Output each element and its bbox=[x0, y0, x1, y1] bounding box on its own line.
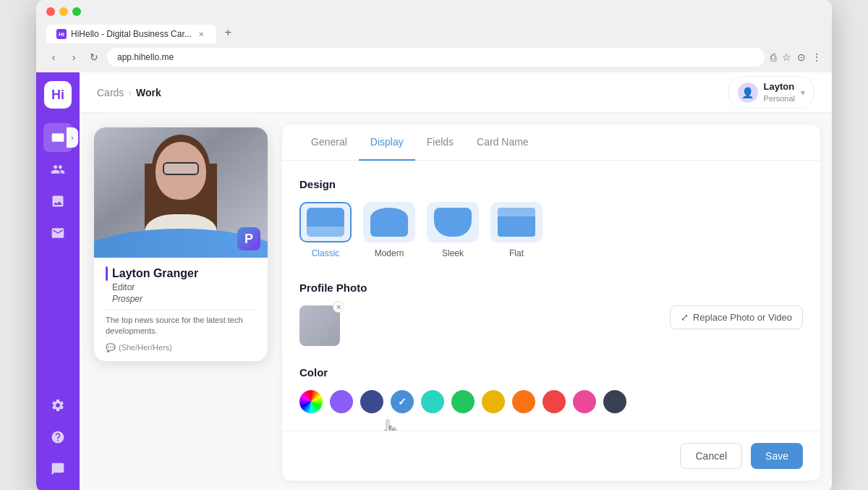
profile-photo-thumb-wrap: ✕ bbox=[299, 305, 340, 346]
color-swatch-green[interactable] bbox=[451, 390, 475, 413]
tab-card-name[interactable]: Card Name bbox=[465, 124, 540, 161]
card-pronouns: 💬 (She/Her/Hers) bbox=[106, 343, 256, 352]
tab-favicon: Hi bbox=[56, 29, 67, 39]
color-swatch-navy[interactable] bbox=[360, 390, 383, 413]
sidebar-item-help[interactable] bbox=[43, 423, 72, 452]
design-flat-card bbox=[490, 202, 542, 242]
sidebar-item-chat[interactable] bbox=[43, 455, 72, 483]
close-traffic-dot[interactable] bbox=[46, 7, 55, 16]
sidebar: Hi › bbox=[36, 72, 80, 490]
card-photo: P bbox=[94, 127, 268, 258]
back-button[interactable]: ‹ bbox=[46, 50, 61, 64]
design-modern-label: Modern bbox=[375, 248, 404, 258]
color-swatch-pink[interactable] bbox=[573, 390, 596, 413]
color-swatches bbox=[299, 390, 803, 413]
card-logo-shape: P bbox=[237, 227, 260, 250]
design-option-sleek[interactable]: Sleek bbox=[427, 202, 479, 258]
browser-traffic-lights bbox=[46, 7, 822, 16]
breadcrumb-root[interactable]: Cards bbox=[97, 87, 124, 98]
settings-panel: General Display Fields Card Name Design bbox=[282, 124, 820, 481]
settings-content: Design Classic bbox=[282, 161, 820, 431]
design-option-modern[interactable]: Modern bbox=[363, 202, 415, 258]
address-bar[interactable] bbox=[107, 48, 765, 67]
design-section-title: Design bbox=[299, 178, 803, 190]
forward-button[interactable]: › bbox=[67, 50, 81, 64]
menu-icon[interactable]: ⋮ bbox=[812, 51, 822, 63]
topbar: Cards › Work 👤 Layton Personal ▾ bbox=[80, 72, 832, 113]
user-name: Layton bbox=[764, 81, 795, 93]
refresh-button[interactable]: ↻ bbox=[87, 50, 101, 64]
user-role: Personal bbox=[764, 93, 795, 104]
app-logo[interactable]: Hi bbox=[44, 81, 72, 109]
sidebar-item-messages[interactable] bbox=[43, 219, 72, 248]
user-menu[interactable]: 👤 Layton Personal ▾ bbox=[728, 76, 814, 109]
content-area: P Layton Granger Editor Prosper The top bbox=[80, 113, 832, 490]
sidebar-item-contacts[interactable] bbox=[43, 155, 72, 184]
card-preview-panel: P Layton Granger Editor Prosper The top bbox=[80, 113, 282, 490]
color-swatch-orange[interactable] bbox=[512, 390, 535, 413]
color-swatch-red[interactable] bbox=[542, 390, 566, 413]
design-modern-inner bbox=[370, 208, 408, 237]
card-body: Layton Granger Editor Prosper The top ne… bbox=[94, 258, 268, 361]
color-swatch-yellow[interactable] bbox=[482, 390, 505, 413]
color-swatch-rainbow[interactable] bbox=[299, 390, 323, 413]
color-swatch-teal-blue[interactable] bbox=[391, 390, 414, 413]
browser-chrome: Hi HiHello - Digital Business Car... ✕ + bbox=[36, 0, 832, 43]
fullscreen-traffic-dot[interactable] bbox=[72, 7, 81, 16]
cancel-button[interactable]: Cancel bbox=[680, 443, 742, 469]
cursor-hand bbox=[378, 419, 803, 431]
sidebar-item-media[interactable] bbox=[43, 187, 72, 216]
color-section-title: Color bbox=[299, 366, 803, 379]
browser-toolbar-icons: ⎙ ☆ ⊙ ⋮ bbox=[770, 51, 822, 63]
design-options: Classic Modern bbox=[299, 202, 803, 258]
color-swatch-dark[interactable] bbox=[603, 390, 626, 413]
replace-photo-button[interactable]: ⤢ Replace Photo or Video bbox=[670, 305, 803, 329]
sidebar-item-cards[interactable]: › bbox=[43, 123, 72, 152]
design-option-classic[interactable]: Classic bbox=[299, 202, 352, 258]
chevron-down-icon: ▾ bbox=[801, 88, 805, 98]
sidebar-item-settings[interactable] bbox=[43, 391, 72, 420]
app-layout: Hi › bbox=[36, 72, 832, 490]
profile-photo-thumbnail bbox=[299, 305, 340, 346]
design-flat-inner bbox=[498, 208, 535, 237]
card-person-name: Layton Granger bbox=[106, 266, 256, 281]
card-title: Editor bbox=[112, 282, 256, 292]
share-icon[interactable]: ⎙ bbox=[770, 51, 776, 63]
svg-rect-0 bbox=[52, 133, 64, 142]
replace-icon: ⤢ bbox=[681, 312, 689, 323]
business-card: P Layton Granger Editor Prosper The top bbox=[94, 127, 268, 361]
remove-photo-button[interactable]: ✕ bbox=[333, 301, 344, 313]
card-company: Prosper bbox=[112, 294, 256, 304]
minimize-traffic-dot[interactable] bbox=[59, 7, 68, 16]
tab-fields[interactable]: Fields bbox=[415, 124, 465, 161]
tab-display[interactable]: Display bbox=[359, 124, 415, 161]
color-swatch-purple[interactable] bbox=[330, 390, 353, 413]
design-classic-inner bbox=[307, 208, 344, 237]
design-classic-label: Classic bbox=[312, 248, 340, 258]
browser-tabbar: Hi HiHello - Digital Business Car... ✕ + bbox=[46, 22, 822, 43]
sidebar-active-arrow: › bbox=[67, 127, 78, 148]
profile-icon[interactable]: ⊙ bbox=[797, 51, 806, 63]
bookmark-icon[interactable]: ☆ bbox=[782, 51, 791, 63]
tab-close-button[interactable]: ✕ bbox=[196, 29, 206, 39]
tab-general[interactable]: General bbox=[299, 124, 359, 161]
pronouns-icon: 💬 bbox=[106, 343, 116, 352]
profile-photo-section: Profile Photo ✕ ⤢ bbox=[299, 282, 803, 346]
color-swatch-teal[interactable] bbox=[421, 390, 444, 413]
browser-addressbar: ‹ › ↻ ⎙ ☆ ⊙ ⋮ bbox=[36, 43, 832, 72]
browser-window: Hi HiHello - Digital Business Car... ✕ +… bbox=[36, 0, 832, 490]
active-tab[interactable]: Hi HiHello - Digital Business Car... ✕ bbox=[46, 25, 216, 43]
card-bio: The top news source for the latest tech … bbox=[106, 315, 256, 337]
avatar: 👤 bbox=[738, 83, 758, 103]
settings-footer: Cancel Save bbox=[282, 431, 820, 481]
profile-photo-row: ✕ ⤢ Replace Photo or Video bbox=[299, 305, 803, 346]
save-button[interactable]: Save bbox=[751, 443, 803, 469]
design-modern-card bbox=[363, 202, 415, 242]
design-option-flat[interactable]: Flat bbox=[490, 202, 542, 258]
main-content: Cards › Work 👤 Layton Personal ▾ bbox=[80, 72, 832, 490]
breadcrumb-separator: › bbox=[128, 87, 132, 98]
breadcrumb: Cards › Work bbox=[97, 87, 161, 98]
new-tab-button[interactable]: + bbox=[218, 22, 239, 43]
design-flat-label: Flat bbox=[509, 248, 524, 258]
color-section: Color bbox=[299, 366, 803, 431]
